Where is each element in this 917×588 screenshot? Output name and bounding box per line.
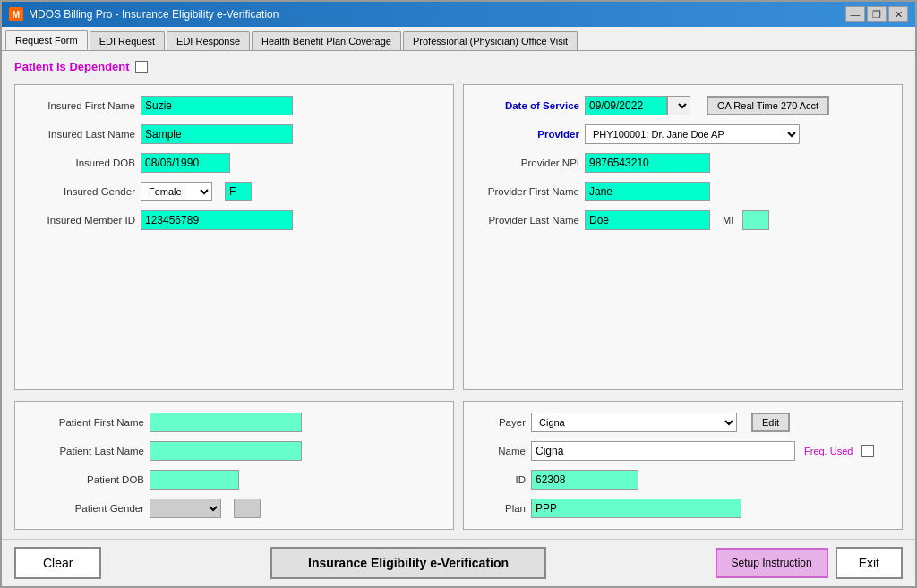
insured-panel: Insured First Name Insured Last Name Ins…	[14, 84, 454, 390]
tabs-bar: Request Form EDI Request EDI Response He…	[2, 27, 915, 51]
title-bar-left: M MDOS Billing Pro - Insurance Eligibili…	[9, 7, 279, 21]
window-title: MDOS Billing Pro - Insurance Eligibility…	[29, 8, 279, 21]
main-window: M MDOS Billing Pro - Insurance Eligibili…	[0, 0, 917, 588]
clear-button[interactable]: Clear	[14, 547, 101, 579]
date-of-service-label: Date of Service	[476, 100, 579, 111]
patient-gender-code-input[interactable]	[234, 499, 261, 518]
patient-dependent-row: Patient is Dependent	[14, 60, 903, 73]
footer-center: Insurance Eligibility e-Verification	[101, 547, 715, 579]
oa-real-time-button[interactable]: OA Real Time 270 Acct	[707, 96, 829, 115]
insured-first-name-label: Insured First Name	[28, 100, 135, 111]
exit-button[interactable]: Exit	[836, 547, 903, 579]
payer-id-input[interactable]	[531, 470, 638, 490]
patient-last-name-input[interactable]	[150, 441, 302, 461]
payer-name-label: Name	[476, 446, 526, 456]
patient-gender-row: Patient Gender Female Male	[28, 499, 441, 518]
payer-name-row: Name Freq. Used	[476, 441, 889, 461]
main-content: Patient is Dependent Insured First Name …	[2, 51, 915, 539]
provider-mi-input[interactable]	[742, 210, 769, 230]
title-bar: M MDOS Billing Pro - Insurance Eligibili…	[2, 2, 915, 27]
payer-name-input[interactable]	[531, 441, 795, 461]
payer-id-label: ID	[476, 474, 526, 485]
insured-gender-select[interactable]: Female Male	[141, 182, 212, 201]
provider-last-name-label: Provider Last Name	[476, 215, 579, 226]
provider-first-name-row: Provider First Name	[476, 182, 889, 201]
provider-npi-label: Provider NPI	[476, 158, 579, 168]
insured-gender-code-input[interactable]	[225, 182, 252, 201]
restore-button[interactable]: ❒	[867, 6, 887, 22]
patient-dob-row: Patient DOB	[28, 470, 441, 490]
provider-npi-input[interactable]	[585, 153, 710, 173]
verification-button[interactable]: Insurance Eligibility e-Verification	[270, 547, 546, 579]
payer-plan-label: Plan	[476, 503, 526, 514]
patient-dob-input[interactable]	[150, 470, 239, 490]
insured-first-name-input[interactable]	[141, 96, 293, 115]
patient-gender-label: Patient Gender	[28, 503, 144, 514]
insured-last-name-row: Insured Last Name	[28, 124, 441, 144]
tab-professional-office[interactable]: Professional (Physician) Office Visit	[403, 31, 578, 50]
mi-label: MI	[723, 215, 733, 226]
patient-last-name-label: Patient Last Name	[28, 446, 144, 456]
app-icon: M	[9, 7, 23, 21]
provider-npi-row: Provider NPI	[476, 153, 889, 173]
patient-dependent-label: Patient is Dependent	[14, 60, 130, 73]
edit-payer-button[interactable]: Edit	[751, 413, 790, 432]
insured-last-name-label: Insured Last Name	[28, 129, 135, 140]
patient-first-name-input[interactable]	[150, 413, 302, 432]
tab-edi-request[interactable]: EDI Request	[90, 31, 165, 50]
payer-plan-input[interactable]	[531, 499, 741, 518]
date-of-service-row: Date of Service ▼ OA Real Time 270 Acct	[476, 96, 889, 115]
payer-panel: Payer Cigna Edit Name Freq. Used ID	[463, 401, 903, 530]
patient-gender-select[interactable]: Female Male	[150, 499, 221, 518]
provider-panel: Date of Service ▼ OA Real Time 270 Acct …	[463, 84, 903, 390]
patient-first-name-row: Patient First Name	[28, 413, 441, 432]
tab-health-benefit[interactable]: Health Benefit Plan Coverage	[252, 31, 401, 50]
payer-id-row: ID	[476, 470, 889, 490]
patient-last-name-row: Patient Last Name	[28, 441, 441, 461]
tab-request-form[interactable]: Request Form	[5, 30, 88, 50]
title-bar-controls: — ❒ ✕	[845, 6, 908, 22]
provider-select[interactable]: PHY100001: Dr. Jane Doe AP	[585, 124, 800, 144]
freq-used-label: Freq. Used	[804, 446, 853, 456]
insured-gender-label: Insured Gender	[28, 186, 135, 197]
patient-dob-label: Patient DOB	[28, 474, 144, 485]
insured-gender-row: Insured Gender Female Male	[28, 182, 441, 201]
insured-dob-row: Insured DOB	[28, 153, 441, 173]
tab-edi-response[interactable]: EDI Response	[167, 31, 250, 50]
bottom-panels: Patient First Name Patient Last Name Pat…	[14, 401, 903, 530]
insured-first-name-row: Insured First Name	[28, 96, 441, 115]
freq-used-checkbox[interactable]	[861, 445, 874, 457]
provider-first-name-input[interactable]	[585, 182, 710, 201]
footer: Clear Insurance Eligibility e-Verificati…	[2, 539, 915, 586]
patient-dependent-checkbox[interactable]	[135, 61, 148, 73]
provider-label: Provider	[476, 129, 579, 140]
insured-last-name-input[interactable]	[141, 124, 293, 144]
insured-dob-input[interactable]	[141, 153, 230, 173]
payer-row: Payer Cigna Edit	[476, 413, 889, 432]
footer-right: Setup Instruction Exit	[716, 547, 903, 579]
insured-member-id-input[interactable]	[141, 210, 293, 230]
patient-panel: Patient First Name Patient Last Name Pat…	[14, 401, 454, 530]
patient-first-name-label: Patient First Name	[28, 417, 144, 428]
date-of-service-dropdown[interactable]: ▼	[667, 96, 690, 115]
payer-plan-row: Plan	[476, 499, 889, 518]
close-button[interactable]: ✕	[888, 6, 908, 22]
provider-row: Provider PHY100001: Dr. Jane Doe AP	[476, 124, 889, 144]
provider-last-name-row: Provider Last Name MI	[476, 210, 889, 230]
setup-instruction-button[interactable]: Setup Instruction	[716, 548, 828, 578]
minimize-button[interactable]: —	[845, 6, 865, 22]
provider-first-name-label: Provider First Name	[476, 186, 579, 197]
payer-select[interactable]: Cigna	[531, 413, 737, 432]
insured-dob-label: Insured DOB	[28, 158, 135, 168]
insured-member-id-row: Insured Member ID	[28, 210, 441, 230]
date-of-service-input[interactable]	[585, 96, 667, 115]
payer-label: Payer	[476, 417, 526, 428]
provider-last-name-input[interactable]	[585, 210, 710, 230]
insured-member-id-label: Insured Member ID	[28, 215, 135, 226]
top-panels: Insured First Name Insured Last Name Ins…	[14, 84, 903, 390]
